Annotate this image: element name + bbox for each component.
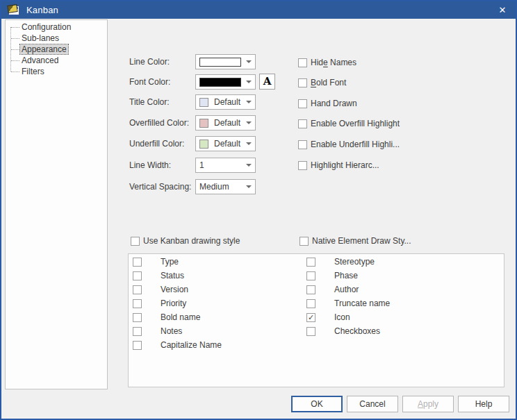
truncate-name-label: Truncate name (334, 299, 390, 308)
icon-checkbox[interactable]: ✓ Icon (306, 312, 350, 322)
sidebar-item-filters[interactable]: Filters (11, 66, 46, 77)
tree-branch-icon (11, 27, 19, 28)
font-color-label: Font Color: (129, 74, 170, 90)
version-label: Version (161, 285, 188, 294)
checkbox-box[interactable] (298, 161, 307, 170)
truncate-name-checkbox[interactable]: Truncate name (306, 299, 390, 308)
ok-button[interactable]: OK (291, 396, 343, 412)
line-width-dropdown[interactable]: 1 (195, 158, 256, 173)
close-button[interactable]: ✕ (495, 5, 510, 15)
bold-font-checkbox[interactable]: Bold Font (298, 78, 346, 87)
enable-underfill-highlight-label: Enable Underfill Highli... (311, 140, 400, 149)
type-checkbox[interactable]: Type (133, 257, 179, 267)
version-checkbox[interactable]: Version (133, 285, 188, 294)
checkbox-box[interactable] (133, 327, 142, 336)
checkbox-box[interactable] (299, 237, 309, 246)
line-width-value: 1 (199, 160, 204, 170)
overfilled-color-swatch (199, 119, 208, 128)
sidebar: Configuration Sub-lanes Appearance Advan… (5, 19, 108, 389)
checkboxes-checkbox[interactable]: Checkboxes (306, 326, 380, 336)
notes-label: Notes (161, 326, 182, 336)
checkbox-box[interactable] (133, 299, 142, 308)
overfilled-color-value: Default (214, 118, 240, 128)
capitalize-name-label: Capitalize Name (161, 340, 222, 350)
phase-checkbox[interactable]: Phase (306, 271, 358, 280)
checkbox-box-checked[interactable]: ✓ (306, 313, 315, 322)
icon-label: Icon (334, 312, 350, 322)
priority-label: Priority (161, 299, 186, 308)
overfilled-color-label: Overfilled Color: (129, 115, 189, 131)
enable-overfill-highlight-label: Enable Overfill Highlight (311, 119, 400, 128)
font-color-swatch (199, 78, 241, 87)
sidebar-item-label: Sub-lanes (20, 33, 60, 43)
line-color-swatch (199, 58, 241, 67)
author-checkbox[interactable]: Author (306, 285, 359, 294)
vertical-spacing-dropdown[interactable]: Medium (195, 179, 256, 194)
checkbox-box[interactable] (306, 271, 315, 280)
title-color-dropdown[interactable]: Default (195, 94, 256, 110)
enable-overfill-highlight-checkbox[interactable]: Enable Overfill Highlight (298, 119, 400, 128)
display-options-group: Type Status Version Priority Bold name N… (128, 253, 504, 387)
checkbox-box[interactable] (298, 99, 307, 108)
title-bar: Kanban ✕ (1, 1, 516, 19)
checkbox-box[interactable] (298, 140, 307, 149)
checkbox-box[interactable] (298, 119, 307, 128)
dropdown-arrow-icon (246, 185, 252, 188)
hide-names-checkbox[interactable]: Hide Names (298, 58, 356, 67)
checkbox-box[interactable] (133, 313, 142, 322)
sidebar-item-sub-lanes[interactable]: Sub-lanes (11, 33, 60, 44)
priority-checkbox[interactable]: Priority (133, 299, 186, 308)
checkbox-box[interactable] (306, 299, 315, 308)
tree-branch-icon (11, 60, 19, 61)
capitalize-name-checkbox[interactable]: Capitalize Name (133, 340, 222, 350)
author-label: Author (334, 285, 359, 294)
dropdown-arrow-icon (246, 164, 252, 167)
underfill-color-value: Default (214, 139, 240, 149)
dropdown-arrow-icon (246, 81, 252, 83)
checkbox-box[interactable] (133, 271, 142, 280)
checkbox-box[interactable] (133, 341, 142, 350)
hand-drawn-checkbox[interactable]: Hand Drawn (298, 99, 357, 108)
checkbox-box[interactable] (133, 285, 142, 294)
checkbox-box[interactable] (298, 58, 307, 67)
underfill-color-swatch (199, 140, 208, 149)
bold-name-checkbox[interactable]: Bold name (133, 312, 200, 322)
sidebar-item-advanced[interactable]: Advanced (11, 55, 60, 66)
dropdown-arrow-icon (246, 142, 252, 145)
window-title: Kanban (26, 5, 58, 15)
highlight-hierarchy-label: Highlight Hierarc... (311, 160, 379, 170)
checkbox-box[interactable] (298, 78, 307, 87)
phase-label: Phase (334, 271, 358, 280)
sidebar-item-configuration[interactable]: Configuration (11, 22, 72, 33)
use-kanban-drawing-style-label: Use Kanban drawing style (143, 236, 240, 246)
dropdown-arrow-icon (246, 121, 252, 124)
checkbox-box[interactable] (306, 327, 315, 336)
status-checkbox[interactable]: Status (133, 271, 184, 280)
highlight-hierarchy-checkbox[interactable]: Highlight Hierarc... (298, 160, 379, 170)
font-picker-button[interactable]: A (259, 74, 275, 90)
overfilled-color-dropdown[interactable]: Default (195, 115, 256, 131)
checkbox-box[interactable] (306, 258, 315, 267)
line-color-dropdown[interactable] (195, 54, 256, 69)
sidebar-item-label: Configuration (20, 22, 72, 32)
checkboxes-label: Checkboxes (334, 326, 380, 336)
stereotype-checkbox[interactable]: Stereotype (306, 257, 375, 267)
use-kanban-drawing-style-checkbox[interactable]: Use Kanban drawing style (131, 236, 240, 246)
enable-underfill-highlight-checkbox[interactable]: Enable Underfill Highli... (298, 140, 400, 149)
underfill-color-dropdown[interactable]: Default (195, 136, 256, 151)
title-color-value: Default (214, 97, 240, 107)
font-color-dropdown[interactable] (195, 74, 256, 90)
native-element-draw-style-checkbox[interactable]: Native Element Draw Sty... (299, 236, 411, 246)
notes-checkbox[interactable]: Notes (133, 326, 182, 336)
checkbox-box[interactable] (131, 237, 140, 246)
sidebar-item-appearance[interactable]: Appearance (11, 44, 68, 55)
help-button[interactable]: Help (458, 396, 509, 412)
checkbox-box[interactable] (133, 258, 142, 267)
hand-drawn-label: Hand Drawn (311, 99, 357, 108)
type-label: Type (161, 257, 179, 267)
checkbox-box[interactable] (306, 285, 315, 294)
kanban-dialog: Kanban ✕ Configuration Sub-lanes Appeara… (0, 0, 517, 420)
native-element-draw-style-label: Native Element Draw Sty... (312, 236, 411, 246)
apply-button[interactable]: Apply (402, 396, 454, 412)
cancel-button[interactable]: Cancel (347, 396, 398, 412)
